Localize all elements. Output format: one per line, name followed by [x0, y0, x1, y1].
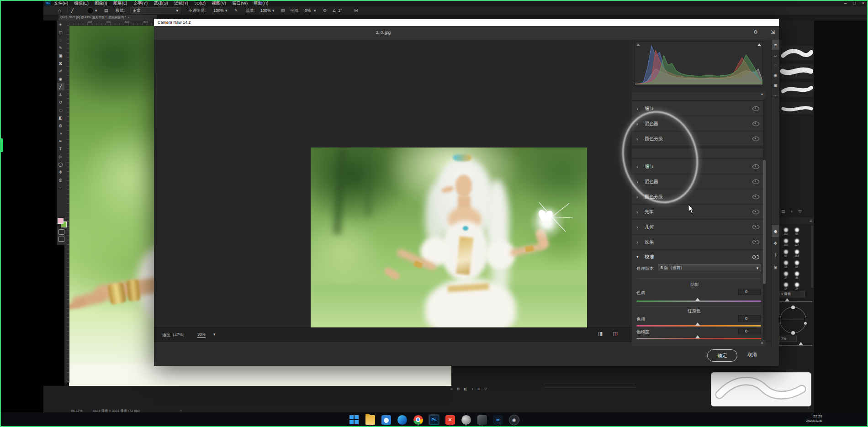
- slider-thumb[interactable]: [695, 335, 700, 338]
- foreground-color-swatch[interactable]: [58, 218, 64, 224]
- menu-item[interactable]: 视图(V): [212, 0, 226, 6]
- taskbar-clock[interactable]: 22:29 2023/3/28: [806, 414, 822, 423]
- brush-preset-stroke[interactable]: [780, 46, 813, 60]
- eye-icon[interactable]: [752, 240, 759, 244]
- smoothing-value[interactable]: 0%: [305, 7, 311, 14]
- mode-select[interactable]: 正常▾: [130, 7, 180, 14]
- menu-item[interactable]: 编辑(E): [74, 0, 89, 6]
- blue-peaks-app[interactable]: M: [492, 414, 503, 425]
- object-selection-tool[interactable]: ✎: [57, 44, 64, 52]
- clone-stamp-tool[interactable]: ⊥: [57, 90, 64, 98]
- menu-item[interactable]: 图像(I): [95, 0, 107, 6]
- symmetry-icon[interactable]: ⋈: [354, 7, 358, 14]
- brush-tool-icon[interactable]: ╱: [71, 7, 74, 14]
- saturation-value[interactable]: 0: [738, 328, 761, 334]
- close-button[interactable]: ×: [862, 1, 864, 5]
- healing-icon[interactable]: ▱: [772, 50, 779, 60]
- recording-handle[interactable]: [0, 138, 3, 152]
- eye-icon[interactable]: [752, 106, 759, 111]
- zoom-tool[interactable]: ◎: [57, 176, 64, 184]
- shape-tool[interactable]: ◯: [57, 160, 64, 168]
- masking-icon[interactable]: ◌: [772, 60, 779, 70]
- slider-thumb[interactable]: [695, 322, 700, 326]
- calibration-title[interactable]: 校准: [645, 254, 654, 260]
- panel-section-row[interactable]: › 效果: [632, 235, 766, 249]
- layer-effects-icon[interactable]: fx: [457, 387, 460, 391]
- eye-icon[interactable]: [752, 210, 759, 214]
- toggle-brush-panel-icon[interactable]: ▤: [104, 7, 108, 14]
- new-item-icon[interactable]: +: [791, 209, 793, 214]
- brush-roundness-field[interactable]: 7%: [779, 336, 797, 342]
- screen-mode-button[interactable]: [58, 237, 64, 242]
- zoom-tool-icon[interactable]: ⊕: [772, 225, 779, 237]
- lasso-tool[interactable]: ◌: [57, 36, 64, 44]
- brush-preset[interactable]: 35: [791, 270, 802, 280]
- menu-item[interactable]: 帮助(H): [254, 0, 268, 6]
- camera-raw-titlebar[interactable]: Camera Raw 14.2: [154, 19, 779, 26]
- brush-preset[interactable]: 112: [780, 227, 791, 237]
- before-after-icon[interactable]: ◨: [598, 331, 603, 337]
- chrome-browser[interactable]: [413, 414, 423, 425]
- photoshop-taskbar-app[interactable]: Ps: [429, 414, 439, 425]
- layer-mask-icon[interactable]: ◧: [464, 387, 467, 391]
- maximize-button[interactable]: □: [853, 1, 855, 5]
- adjustment-layer-icon[interactable]: ◑: [471, 387, 473, 391]
- split-view-icon[interactable]: ◫: [613, 331, 617, 337]
- cancel-button[interactable]: 取消: [747, 352, 757, 358]
- type-tool[interactable]: T: [57, 145, 64, 153]
- crop-tool[interactable]: ▣: [57, 52, 64, 59]
- slider-thumb[interactable]: [799, 342, 803, 345]
- menu-item[interactable]: 文字(Y): [133, 0, 148, 6]
- panel-section-row[interactable]: › 几何: [632, 220, 766, 234]
- menu-item[interactable]: 滤镜(T): [174, 0, 188, 6]
- ok-button[interactable]: 确定: [707, 349, 737, 362]
- delete-layer-icon[interactable]: ▽: [484, 387, 487, 391]
- brush-preset-picker[interactable]: ▾: [87, 7, 97, 14]
- panel-section-row[interactable]: › 颜色分级: [632, 132, 766, 146]
- slider-thumb[interactable]: [695, 298, 700, 301]
- ruler-origin[interactable]: [64, 21, 69, 25]
- red-eye-icon[interactable]: ◉: [772, 70, 779, 80]
- pen-tool[interactable]: ✒: [57, 137, 64, 145]
- eye-icon[interactable]: [752, 137, 759, 141]
- more-tools[interactable]: ⋯: [57, 184, 64, 191]
- eye-icon[interactable]: [752, 255, 759, 259]
- presets-icon[interactable]: ▣: [772, 80, 779, 90]
- panel-section-row[interactable]: › 细节: [632, 159, 766, 174]
- eye-icon[interactable]: [752, 195, 759, 199]
- edit-panel-icon[interactable]: ≡: [772, 40, 779, 50]
- brush-preset[interactable]: 19: [791, 259, 802, 269]
- vertical-ruler[interactable]: [64, 25, 69, 383]
- process-version-select[interactable]: 5 版（当前） ▾: [658, 264, 761, 271]
- dark-utility-app[interactable]: [476, 414, 487, 425]
- smoothing-gear-icon[interactable]: ⚙: [323, 7, 327, 14]
- blur-tool[interactable]: ◍: [57, 121, 64, 129]
- grid-overlay-icon[interactable]: ⊞: [772, 261, 779, 273]
- red-creative-app[interactable]: ✕: [445, 414, 455, 425]
- eyedropper-tool[interactable]: ✐: [57, 67, 64, 75]
- brush-preset[interactable]: 100: [780, 237, 791, 248]
- brush-preset[interactable]: 13: [780, 259, 791, 269]
- highlight-clipping-icon[interactable]: [757, 43, 761, 46]
- brush-tool[interactable]: ╱: [57, 83, 64, 90]
- brush-grid-scrollbar[interactable]: [811, 226, 813, 288]
- sampler-tool-icon[interactable]: ✛: [772, 249, 779, 261]
- file-explorer[interactable]: [365, 414, 376, 425]
- obs-studio-app[interactable]: ◉: [508, 414, 519, 425]
- history-brush-tool[interactable]: ↺: [57, 98, 64, 106]
- opacity-value[interactable]: 100%: [213, 7, 224, 14]
- hand-tool[interactable]: ✥: [57, 168, 64, 176]
- menu-item[interactable]: 文件(F): [54, 0, 68, 6]
- brush-preset-stroke[interactable]: [780, 82, 813, 97]
- eye-icon[interactable]: [752, 179, 759, 184]
- brush-size-slider[interactable]: [779, 301, 812, 302]
- camera-raw-preview[interactable]: [154, 40, 632, 327]
- folder-icon[interactable]: ▤: [781, 209, 785, 214]
- menu-item[interactable]: 窗口(W): [232, 0, 248, 6]
- pressure-opacity-icon[interactable]: ✎: [234, 7, 238, 14]
- brush-preset[interactable]: 127: [791, 237, 802, 248]
- zoom-level-value[interactable]: 30%: [197, 332, 206, 338]
- scroll-down-icon[interactable]: ▾: [761, 341, 763, 345]
- brush-spacing-slider[interactable]: [779, 345, 812, 346]
- chevron-down-icon[interactable]: ▾: [636, 254, 639, 259]
